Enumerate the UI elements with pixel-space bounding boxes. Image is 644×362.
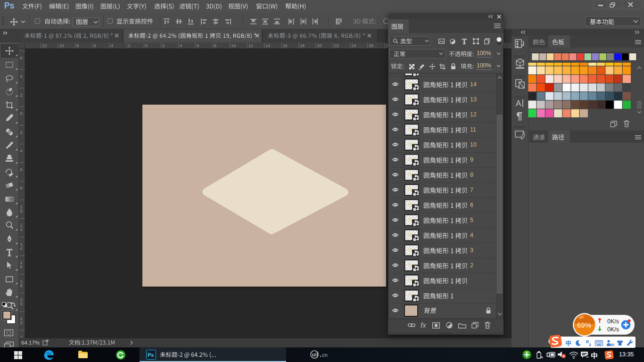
svg-text:12: 12: [42, 43, 47, 48]
svg-text:12: 12: [248, 43, 253, 48]
svg-text:A: A: [516, 99, 521, 108]
svg-text:24: 24: [351, 43, 356, 48]
svg-text:16: 16: [283, 43, 288, 48]
svg-text:2: 2: [20, 130, 23, 135]
svg-text:4: 4: [20, 74, 23, 79]
svg-text:6: 6: [20, 56, 23, 60]
svg-text:0K/s: 0K/s: [607, 318, 619, 325]
svg-text:69%: 69%: [577, 321, 591, 329]
svg-text:20: 20: [317, 43, 322, 48]
svg-text:0: 0: [20, 209, 23, 214]
svg-text:36: 36: [610, 343, 614, 347]
svg-text:22: 22: [334, 43, 339, 48]
svg-text:0K/s: 0K/s: [607, 326, 619, 333]
svg-text:4: 4: [20, 148, 23, 153]
svg-text:8: 8: [20, 186, 23, 190]
svg-text:Ps: Ps: [148, 352, 154, 358]
svg-text:2: 2: [20, 93, 23, 98]
svg-text:0: 0: [20, 111, 23, 116]
svg-text:cn: cn: [322, 352, 328, 358]
svg-text:2: 2: [20, 227, 23, 232]
svg-text:4: 4: [20, 246, 23, 251]
svg-text:6: 6: [20, 264, 23, 269]
svg-text:8: 8: [20, 283, 23, 288]
svg-text:6: 6: [20, 167, 23, 172]
svg-text:ui: ui: [312, 352, 317, 357]
svg-text:26: 26: [369, 43, 373, 48]
svg-text:2: 2: [20, 321, 23, 325]
svg-text:0: 0: [20, 302, 23, 306]
